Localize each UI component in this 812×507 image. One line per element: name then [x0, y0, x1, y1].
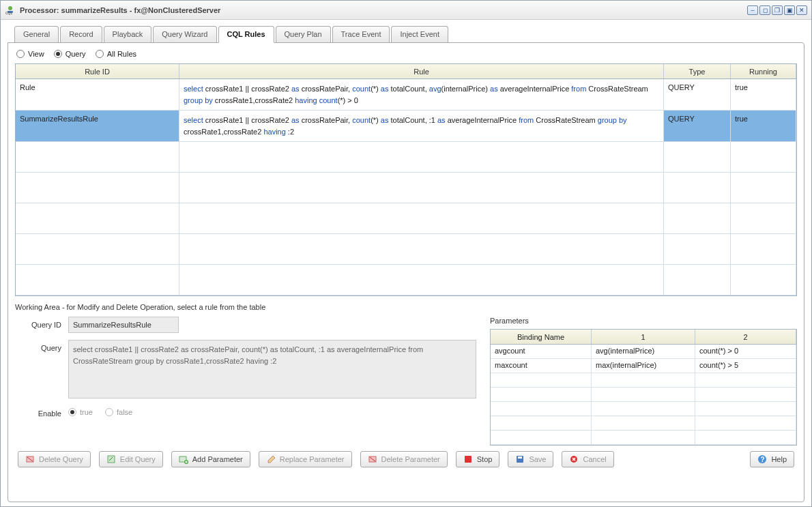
rules-table-body: Ruleselect crossRate1 || crossRate2 as c…	[16, 79, 796, 295]
stop-button[interactable]: Stop	[456, 451, 500, 467]
filter-allrules-radio[interactable]: All Rules	[96, 50, 136, 58]
tab-inject-event[interactable]: Inject Event	[391, 26, 448, 43]
rules-table-header: Rule ID Rule Type Running	[16, 64, 796, 79]
table-row[interactable]: SummarizeResultsRuleselect crossRate1 ||…	[16, 111, 796, 142]
svg-rect-10	[465, 456, 472, 463]
param-col-2[interactable]: 2	[695, 330, 796, 344]
maximize-button[interactable]: ▣	[784, 5, 795, 15]
tab-strip: GeneralRecordPlaybackQuery WizardCQL Rul…	[8, 25, 804, 42]
add-parameter-button[interactable]: Add Parameter	[171, 451, 250, 467]
query-row: Query select crossRate1 || crossRate2 as…	[15, 340, 476, 399]
svg-rect-5	[108, 456, 115, 463]
window-buttons: – ◻ ❐ ▣ ✕	[747, 5, 807, 15]
query-textarea[interactable]: select crossRate1 || crossRate2 as cross…	[68, 340, 476, 399]
parameters-body: avgcountavg(internalPrice)count(*) > 0ma…	[491, 345, 796, 445]
cancel-button[interactable]: Cancel	[562, 451, 613, 467]
table-row[interactable]: Ruleselect crossRate1 || crossRate2 as c…	[16, 79, 796, 111]
table-row[interactable]	[16, 203, 796, 234]
param-row[interactable]	[491, 416, 796, 431]
enable-label: Enable	[15, 405, 68, 418]
running-cell: true	[731, 111, 796, 141]
col-rule-header[interactable]: Rule	[179, 64, 664, 78]
query-label: Query	[15, 340, 68, 352]
edit-query-button[interactable]: Edit Query	[99, 451, 163, 467]
table-row[interactable]	[16, 142, 796, 173]
rule-cell: select crossRate1 || crossRate2 as cross…	[179, 79, 664, 110]
delete-parameter-button[interactable]: Delete Parameter	[360, 451, 448, 467]
enable-row: Enable true false	[15, 405, 476, 418]
tab-general[interactable]: General	[14, 26, 59, 43]
table-row[interactable]	[16, 234, 796, 265]
rule-id-cell	[16, 265, 179, 295]
filter-query-radio[interactable]: Query	[54, 50, 86, 58]
col-running-header[interactable]: Running	[731, 64, 796, 78]
rule-id-cell	[16, 142, 179, 172]
col-type-header[interactable]: Type	[664, 64, 731, 78]
param-row[interactable]: avgcountavg(internalPrice)count(*) > 0	[491, 345, 796, 359]
tab-playback[interactable]: Playback	[104, 26, 152, 43]
restore-button[interactable]: ◻	[759, 5, 770, 15]
query-id-field[interactable]: SummarizeResultsRule	[68, 317, 179, 333]
type-cell	[664, 265, 731, 295]
tab-query-plan[interactable]: Query Plan	[276, 26, 331, 43]
enable-true-radio[interactable]: true	[68, 408, 93, 416]
filter-view-radio[interactable]: View	[16, 50, 44, 58]
tab-cql-rules[interactable]: CQL Rules	[218, 26, 274, 43]
minimize-button[interactable]: –	[747, 5, 758, 15]
param-name-cell: avgcount	[491, 345, 592, 358]
tab-record[interactable]: Record	[60, 26, 102, 43]
running-cell	[731, 265, 796, 295]
param-1-cell	[592, 388, 695, 401]
tab-body: View Query All Rules Rule ID Rule Type R…	[8, 42, 804, 502]
running-cell	[731, 203, 796, 233]
param-2-cell: count(*) > 0	[695, 345, 796, 358]
help-button[interactable]: ?Help	[750, 451, 794, 467]
restore2-button[interactable]: ❐	[772, 5, 783, 15]
param-row[interactable]	[491, 373, 796, 388]
lower-area: Query ID SummarizeResultsRule Query sele…	[15, 317, 797, 446]
rule-cell	[179, 203, 664, 233]
param-name-cell: maxcount	[491, 359, 592, 373]
help-icon: ?	[757, 454, 767, 464]
param-row[interactable]	[491, 402, 796, 416]
param-row[interactable]: maxcountmax(internalPrice)count(*) > 5	[491, 359, 796, 373]
rule-id-cell: SummarizeResultsRule	[16, 111, 179, 141]
save-button[interactable]: Save	[508, 451, 553, 467]
replace-parameter-button[interactable]: Replace Parameter	[259, 451, 352, 467]
param-2-cell	[695, 416, 796, 430]
rule-id-cell	[16, 203, 179, 233]
svg-rect-12	[518, 457, 522, 459]
col-ruleid-header[interactable]: Rule ID	[16, 64, 179, 78]
button-bar: Delete Query Edit Query Add Parameter Re…	[15, 446, 797, 470]
param-2-cell: count(*) > 5	[695, 359, 796, 373]
tab-trace-event[interactable]: Trace Event	[332, 26, 390, 43]
param-1-cell	[592, 373, 695, 387]
enable-false-radio[interactable]: false	[105, 408, 132, 416]
param-col-binding[interactable]: Binding Name	[491, 330, 592, 344]
running-cell	[731, 173, 796, 203]
processor-window: CQL Processor: summarizeResults - fx@Non…	[0, 0, 812, 507]
rules-table: Rule ID Rule Type Running Ruleselect cro…	[15, 63, 797, 296]
param-1-cell	[592, 416, 695, 430]
parameters-title: Parameters	[490, 317, 797, 325]
rule-cell	[179, 234, 664, 264]
param-col-1[interactable]: 1	[592, 330, 695, 344]
table-row[interactable]	[16, 173, 796, 203]
working-area-label: Working Area - for Modify and Delete Ope…	[15, 303, 797, 311]
param-2-cell	[695, 388, 796, 401]
close-button[interactable]: ✕	[796, 5, 807, 15]
param-row[interactable]	[491, 431, 796, 445]
type-cell	[664, 203, 731, 233]
rule-cell	[179, 142, 664, 172]
rule-id-cell: Rule	[16, 79, 179, 110]
delete-query-button[interactable]: Delete Query	[18, 451, 91, 467]
tab-query-wizard[interactable]: Query Wizard	[153, 26, 216, 43]
running-cell: true	[731, 79, 796, 110]
param-1-cell: max(internalPrice)	[592, 359, 695, 373]
app-icon: CQL	[5, 5, 16, 16]
save-icon	[515, 454, 525, 464]
param-row[interactable]	[491, 388, 796, 402]
query-id-row: Query ID SummarizeResultsRule	[15, 317, 476, 333]
table-row[interactable]	[16, 265, 796, 295]
add-icon	[179, 454, 188, 464]
